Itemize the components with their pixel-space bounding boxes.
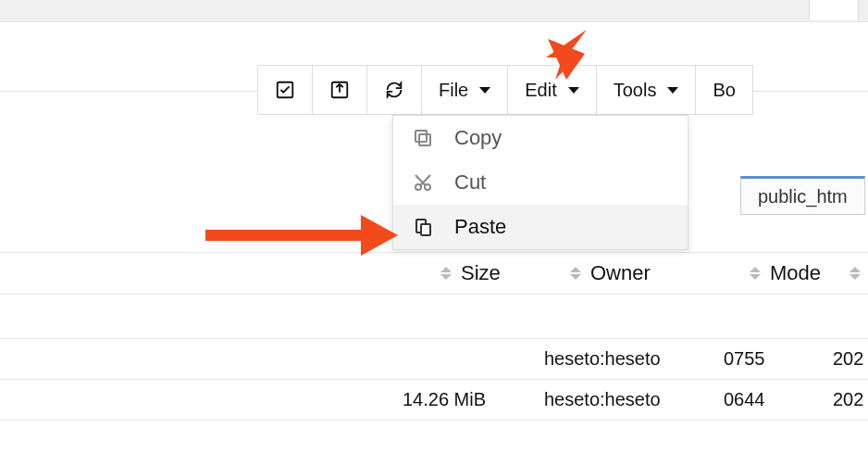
table-spacer-row (0, 295, 868, 339)
file-menu-label: File (439, 80, 468, 101)
refresh-button[interactable] (367, 66, 422, 114)
tab-label: public_htm (758, 186, 848, 207)
sort-icon (440, 267, 452, 280)
svg-point-6 (415, 184, 421, 190)
share-icon (329, 80, 350, 100)
path-tabs: public_htm (740, 176, 865, 215)
column-partial[interactable]: M (849, 261, 868, 285)
select-all-button[interactable] (258, 66, 313, 114)
edit-dropdown: Copy Cut Paste (392, 115, 688, 250)
svg-marker-11 (361, 215, 398, 256)
paste-icon (412, 216, 434, 238)
column-label: Size (461, 261, 501, 285)
file-table: Size Owner Mode M heseto:heseto 0755 202… (0, 252, 868, 421)
svg-rect-9 (421, 224, 430, 235)
cut-icon (412, 171, 434, 194)
svg-point-7 (425, 184, 430, 190)
menu-item-paste[interactable]: Paste (393, 205, 688, 249)
table-row[interactable]: 14.26 MiB heseto:heseto 0644 202 (0, 380, 868, 421)
cell-owner: heseto:heseto (544, 348, 661, 370)
cell-date: 202 (833, 389, 863, 410)
checkbox-icon (275, 80, 295, 100)
caret-down-icon (479, 87, 490, 94)
caret-down-icon (568, 87, 579, 94)
sort-icon (849, 267, 861, 280)
cell-size: 14.26 MiB (403, 389, 486, 410)
top-strip-button[interactable] (809, 0, 859, 20)
annotation-arrow-edit (531, 26, 605, 85)
sort-icon (570, 267, 581, 280)
column-label: Owner (590, 261, 651, 285)
svg-rect-10 (205, 230, 363, 241)
column-mode[interactable]: Mode (750, 261, 821, 285)
column-owner[interactable]: Owner (570, 261, 651, 285)
cell-mode: 0644 (724, 389, 765, 410)
table-row[interactable]: heseto:heseto 0755 202 (0, 339, 868, 380)
svg-rect-4 (419, 134, 430, 145)
cell-owner: heseto:heseto (544, 389, 661, 410)
sort-icon (750, 267, 761, 280)
tab-public-html[interactable]: public_htm (740, 176, 865, 215)
annotation-arrow-paste (205, 215, 400, 256)
tools-menu[interactable]: Tools (597, 66, 697, 114)
cell-mode: 0755 (724, 348, 765, 370)
menu-item-label: Cut (454, 170, 486, 195)
top-strip (0, 0, 868, 22)
column-size[interactable]: Size (440, 261, 501, 285)
caret-down-icon (667, 87, 678, 94)
menu-item-cut[interactable]: Cut (393, 160, 688, 205)
file-menu[interactable]: File (422, 66, 508, 114)
menu-item-label: Copy (454, 126, 502, 150)
copy-icon (412, 127, 434, 149)
share-button[interactable] (313, 66, 367, 114)
toolbar: File Edit Tools Bo (257, 65, 753, 115)
bookmarks-menu[interactable]: Bo (696, 66, 751, 114)
table-header: Size Owner Mode M (0, 252, 868, 295)
bookmarks-menu-label: Bo (713, 80, 735, 101)
column-label: Mode (770, 261, 821, 285)
menu-item-label: Paste (454, 215, 506, 239)
menu-item-copy[interactable]: Copy (393, 116, 688, 160)
cell-date: 202 (833, 348, 863, 370)
svg-rect-5 (415, 131, 427, 142)
tools-menu-label: Tools (614, 80, 657, 101)
refresh-icon (384, 80, 404, 100)
toolbar-container: File Edit Tools Bo (0, 22, 868, 92)
